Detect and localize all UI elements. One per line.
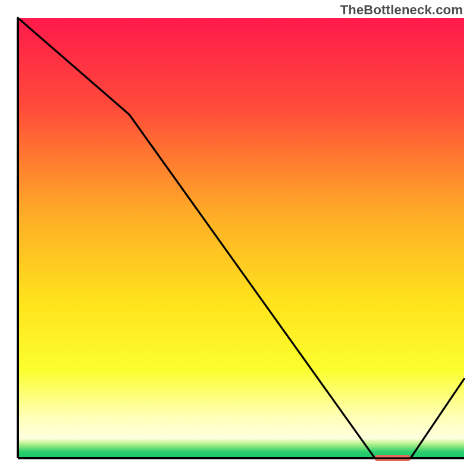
plot-background xyxy=(18,18,464,458)
bottleneck-chart xyxy=(0,0,476,476)
